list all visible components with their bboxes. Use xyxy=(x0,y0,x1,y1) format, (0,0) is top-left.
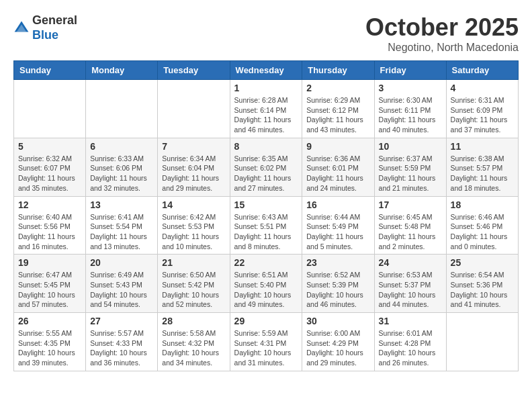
day-number: 1 xyxy=(234,83,298,93)
day-cell: 21Sunrise: 6:50 AM Sunset: 5:42 PM Dayli… xyxy=(158,255,230,313)
day-number: 25 xyxy=(451,257,514,268)
logo-blue: Blue xyxy=(32,28,58,42)
day-info: Sunrise: 6:36 AM Sunset: 6:01 PM Dayligh… xyxy=(306,154,369,193)
day-cell xyxy=(14,80,86,138)
day-cell: 28Sunrise: 5:58 AM Sunset: 4:32 PM Dayli… xyxy=(158,313,230,371)
day-info: Sunrise: 5:57 AM Sunset: 4:33 PM Dayligh… xyxy=(90,328,153,368)
weekday-header-row: SundayMondayTuesdayWednesdayThursdayFrid… xyxy=(14,61,519,80)
day-number: 30 xyxy=(306,316,369,326)
day-cell: 7Sunrise: 6:34 AM Sunset: 6:04 PM Daylig… xyxy=(158,138,230,196)
day-cell: 19Sunrise: 6:47 AM Sunset: 5:45 PM Dayli… xyxy=(14,255,86,313)
day-cell: 15Sunrise: 6:43 AM Sunset: 5:51 PM Dayli… xyxy=(230,196,302,255)
month-title: October 2025 xyxy=(365,13,519,42)
day-info: Sunrise: 6:49 AM Sunset: 5:43 PM Dayligh… xyxy=(90,270,153,310)
day-number: 29 xyxy=(234,316,298,326)
logo-general: General xyxy=(32,13,77,27)
day-cell: 24Sunrise: 6:53 AM Sunset: 5:37 PM Dayli… xyxy=(374,255,446,313)
day-info: Sunrise: 6:52 AM Sunset: 5:39 PM Dayligh… xyxy=(306,270,369,310)
day-cell: 4Sunrise: 6:31 AM Sunset: 6:09 PM Daylig… xyxy=(446,80,518,138)
day-cell: 17Sunrise: 6:45 AM Sunset: 5:48 PM Dayli… xyxy=(374,196,446,255)
day-cell: 14Sunrise: 6:42 AM Sunset: 5:53 PM Dayli… xyxy=(158,196,230,255)
day-number: 20 xyxy=(90,257,153,268)
day-cell: 6Sunrise: 6:33 AM Sunset: 6:06 PM Daylig… xyxy=(86,138,158,196)
day-info: Sunrise: 6:43 AM Sunset: 5:51 PM Dayligh… xyxy=(234,212,298,252)
day-number: 31 xyxy=(379,316,442,326)
day-number: 14 xyxy=(162,199,225,210)
day-info: Sunrise: 6:44 AM Sunset: 5:49 PM Dayligh… xyxy=(306,212,369,252)
calendar: SundayMondayTuesdayWednesdayThursdayFrid… xyxy=(13,60,519,371)
day-info: Sunrise: 6:50 AM Sunset: 5:42 PM Dayligh… xyxy=(162,270,225,310)
day-number: 18 xyxy=(451,199,514,210)
day-info: Sunrise: 6:01 AM Sunset: 4:28 PM Dayligh… xyxy=(379,328,442,368)
day-cell: 1Sunrise: 6:28 AM Sunset: 6:14 PM Daylig… xyxy=(230,80,302,138)
day-cell: 18Sunrise: 6:46 AM Sunset: 5:46 PM Dayli… xyxy=(446,196,518,255)
logo-text: General Blue xyxy=(32,13,77,42)
day-number: 12 xyxy=(18,199,81,210)
day-info: Sunrise: 6:33 AM Sunset: 6:06 PM Dayligh… xyxy=(90,154,153,193)
day-cell xyxy=(86,80,158,138)
day-cell: 23Sunrise: 6:52 AM Sunset: 5:39 PM Dayli… xyxy=(302,255,374,313)
page-header: General Blue October 2025 Negotino, Nort… xyxy=(13,13,519,54)
day-cell: 11Sunrise: 6:38 AM Sunset: 5:57 PM Dayli… xyxy=(446,138,518,196)
week-row-4: 19Sunrise: 6:47 AM Sunset: 5:45 PM Dayli… xyxy=(14,255,519,313)
day-cell: 26Sunrise: 5:55 AM Sunset: 4:35 PM Dayli… xyxy=(14,313,86,371)
weekday-header-tuesday: Tuesday xyxy=(158,61,230,80)
day-number: 17 xyxy=(379,199,442,210)
day-cell: 2Sunrise: 6:29 AM Sunset: 6:12 PM Daylig… xyxy=(302,80,374,138)
day-info: Sunrise: 6:32 AM Sunset: 6:07 PM Dayligh… xyxy=(18,154,81,193)
week-row-1: 1Sunrise: 6:28 AM Sunset: 6:14 PM Daylig… xyxy=(14,80,519,138)
day-info: Sunrise: 6:28 AM Sunset: 6:14 PM Dayligh… xyxy=(234,95,298,135)
day-info: Sunrise: 6:31 AM Sunset: 6:09 PM Dayligh… xyxy=(451,95,514,135)
week-row-3: 12Sunrise: 6:40 AM Sunset: 5:56 PM Dayli… xyxy=(14,196,519,255)
weekday-header-wednesday: Wednesday xyxy=(230,61,302,80)
day-number: 6 xyxy=(90,141,153,152)
day-info: Sunrise: 6:30 AM Sunset: 6:11 PM Dayligh… xyxy=(379,95,442,135)
weekday-header-monday: Monday xyxy=(86,61,158,80)
day-cell: 12Sunrise: 6:40 AM Sunset: 5:56 PM Dayli… xyxy=(14,196,86,255)
day-info: Sunrise: 6:35 AM Sunset: 6:02 PM Dayligh… xyxy=(234,154,298,193)
day-number: 7 xyxy=(162,141,225,152)
week-row-2: 5Sunrise: 6:32 AM Sunset: 6:07 PM Daylig… xyxy=(14,138,519,196)
day-cell: 25Sunrise: 6:54 AM Sunset: 5:36 PM Dayli… xyxy=(446,255,518,313)
day-info: Sunrise: 6:40 AM Sunset: 5:56 PM Dayligh… xyxy=(18,212,81,252)
day-number: 5 xyxy=(18,141,81,152)
day-info: Sunrise: 6:34 AM Sunset: 6:04 PM Dayligh… xyxy=(162,154,225,193)
day-cell xyxy=(158,80,230,138)
day-number: 15 xyxy=(234,199,298,210)
day-number: 19 xyxy=(18,257,81,268)
day-info: Sunrise: 6:46 AM Sunset: 5:46 PM Dayligh… xyxy=(451,212,514,252)
day-number: 21 xyxy=(162,257,225,268)
day-number: 24 xyxy=(379,257,442,268)
day-info: Sunrise: 6:42 AM Sunset: 5:53 PM Dayligh… xyxy=(162,212,225,252)
day-number: 8 xyxy=(234,141,298,152)
day-number: 10 xyxy=(379,141,442,152)
day-info: Sunrise: 6:41 AM Sunset: 5:54 PM Dayligh… xyxy=(90,212,153,252)
day-info: Sunrise: 6:47 AM Sunset: 5:45 PM Dayligh… xyxy=(18,270,81,310)
day-number: 4 xyxy=(451,83,514,93)
day-cell: 27Sunrise: 5:57 AM Sunset: 4:33 PM Dayli… xyxy=(86,313,158,371)
day-number: 22 xyxy=(234,257,298,268)
day-info: Sunrise: 5:58 AM Sunset: 4:32 PM Dayligh… xyxy=(162,328,225,368)
day-cell: 10Sunrise: 6:37 AM Sunset: 5:59 PM Dayli… xyxy=(374,138,446,196)
weekday-header-sunday: Sunday xyxy=(14,61,86,80)
day-cell: 5Sunrise: 6:32 AM Sunset: 6:07 PM Daylig… xyxy=(14,138,86,196)
day-number: 16 xyxy=(306,199,369,210)
day-cell xyxy=(446,313,518,371)
day-number: 23 xyxy=(306,257,369,268)
day-number: 9 xyxy=(306,141,369,152)
day-cell: 13Sunrise: 6:41 AM Sunset: 5:54 PM Dayli… xyxy=(86,196,158,255)
day-cell: 20Sunrise: 6:49 AM Sunset: 5:43 PM Dayli… xyxy=(86,255,158,313)
location: Negotino, North Macedonia xyxy=(365,42,519,54)
weekday-header-saturday: Saturday xyxy=(446,61,518,80)
title-block: October 2025 Negotino, North Macedonia xyxy=(365,13,519,54)
day-cell: 9Sunrise: 6:36 AM Sunset: 6:01 PM Daylig… xyxy=(302,138,374,196)
day-cell: 31Sunrise: 6:01 AM Sunset: 4:28 PM Dayli… xyxy=(374,313,446,371)
day-info: Sunrise: 6:37 AM Sunset: 5:59 PM Dayligh… xyxy=(379,154,442,193)
day-number: 11 xyxy=(451,141,514,152)
day-number: 26 xyxy=(18,316,81,326)
day-info: Sunrise: 6:29 AM Sunset: 6:12 PM Dayligh… xyxy=(306,95,369,135)
day-info: Sunrise: 6:53 AM Sunset: 5:37 PM Dayligh… xyxy=(379,270,442,310)
day-info: Sunrise: 6:54 AM Sunset: 5:36 PM Dayligh… xyxy=(451,270,514,310)
day-cell: 29Sunrise: 5:59 AM Sunset: 4:31 PM Dayli… xyxy=(230,313,302,371)
day-number: 27 xyxy=(90,316,153,326)
